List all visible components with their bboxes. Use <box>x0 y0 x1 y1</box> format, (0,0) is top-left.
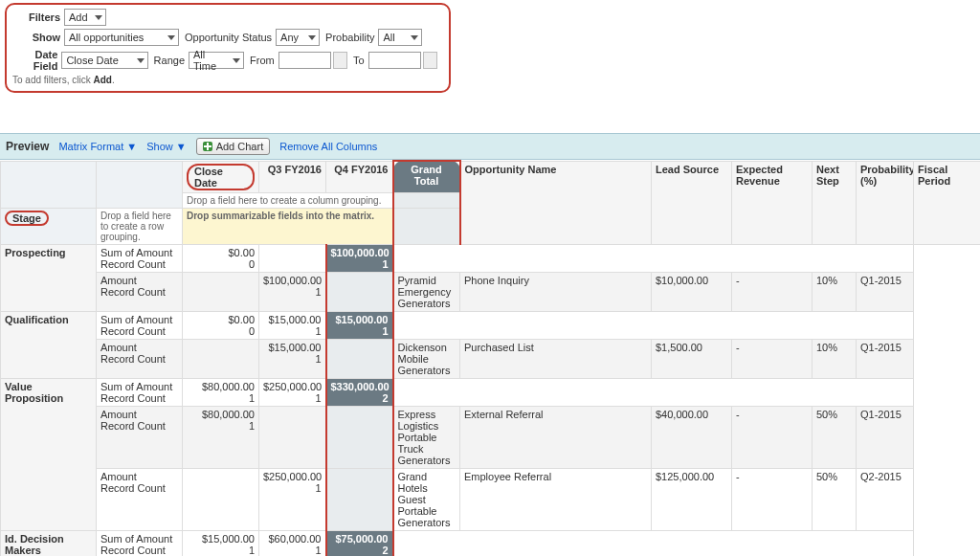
table-row[interactable]: AmountRecord Count$15,000.001Dickenson M… <box>1 339 981 378</box>
expected-revenue: $40,000.00 <box>652 406 732 468</box>
q4-amount: $250,000.001 <box>259 468 326 530</box>
q3-amount: $80,000.001 <box>183 406 259 468</box>
q4-amount: $15,000.001 <box>259 339 326 378</box>
range-label: Range <box>154 55 185 66</box>
expected-revenue: $1,500.00 <box>652 339 732 378</box>
col-fiscal-period[interactable]: Fiscal Period <box>914 161 981 244</box>
opp-status-select[interactable]: Any <box>276 29 320 46</box>
stage-label: Qualification <box>1 311 97 378</box>
preview-toolbar: Preview Matrix Format ▼ Show ▼ Add Chart… <box>0 133 980 160</box>
grand-total-header: Grand Total <box>393 161 460 192</box>
from-label: From <box>250 55 275 66</box>
grand-total-cell: $100,000.001 <box>326 244 393 272</box>
from-calendar-icon[interactable] <box>333 52 347 69</box>
probability-label: Probability <box>325 32 374 43</box>
q4-amount <box>259 406 326 468</box>
stage-column-header[interactable]: Stage <box>1 208 97 244</box>
show-select[interactable]: All opportunities <box>64 29 179 46</box>
q3-amount <box>183 272 259 311</box>
from-input[interactable] <box>278 52 331 69</box>
table-row[interactable]: AmountRecord Count$100,000.001Pyramid Em… <box>1 272 981 311</box>
col-probability[interactable]: Probability (%) <box>857 161 914 244</box>
metric-label: Sum of AmountRecord Count <box>97 530 183 556</box>
opportunity-name: Grand Hotels Guest Portable Generators <box>393 468 460 530</box>
probability: 50% <box>813 468 857 530</box>
to-calendar-icon[interactable] <box>423 52 437 69</box>
date-field-label: Date Field <box>12 49 57 72</box>
fiscal-period: Q1-2015 <box>857 406 914 468</box>
grand-total-empty <box>326 339 393 378</box>
table-row[interactable]: AmountRecord Count$250,000.001Grand Hote… <box>1 468 981 530</box>
stage-label: Id. Decision Makers <box>1 530 97 556</box>
q3-sum: $15,000.001 <box>183 530 259 556</box>
next-step: - <box>732 468 813 530</box>
preview-title: Preview <box>6 140 49 153</box>
expected-revenue: $125,000.00 <box>652 468 732 530</box>
to-input[interactable] <box>368 52 421 69</box>
metric-label: Sum of AmountRecord Count <box>97 311 183 339</box>
remove-all-columns-link[interactable]: Remove All Columns <box>279 141 377 152</box>
expected-revenue: $10,000.00 <box>652 272 732 311</box>
col-opportunity-name[interactable]: Opportunity Name <box>460 161 652 244</box>
opportunity-name: Express Logistics Portable Truck Generat… <box>393 406 460 468</box>
stage-label: Prospecting <box>1 244 97 311</box>
q3-amount <box>183 468 259 530</box>
q3-header[interactable]: Q3 FY2016 <box>259 161 326 192</box>
to-label: To <box>353 55 365 66</box>
grand-total-empty <box>326 272 393 311</box>
stage-label: Value Proposition <box>1 378 97 530</box>
q4-sum <box>259 244 326 272</box>
fiscal-period: Q2-2015 <box>857 468 914 530</box>
matrix-report-table: Close Date Q3 FY2016 Q4 FY2016 Grand Tot… <box>0 160 980 556</box>
q3-sum: $0.000 <box>183 311 259 339</box>
metric-label: AmountRecord Count <box>97 406 183 468</box>
row-drop-placeholder <box>97 161 183 208</box>
q4-amount: $100,000.001 <box>259 272 326 311</box>
column-drop-hint[interactable]: Drop a field here to create a column gro… <box>183 192 393 208</box>
metric-label: AmountRecord Count <box>97 468 183 530</box>
stage-corner-cell <box>1 161 97 208</box>
lead-source: External Referral <box>460 406 652 468</box>
filters-add-select[interactable]: Add <box>64 9 106 26</box>
lead-source: Employee Referral <box>460 468 652 530</box>
show-label: Show <box>12 32 60 43</box>
grand-total-cell: $75,000.002 <box>326 530 393 556</box>
grand-total-cell: $330,000.002 <box>326 378 393 406</box>
q4-header[interactable]: Q4 FY2016 <box>326 161 393 192</box>
col-lead-source[interactable]: Lead Source <box>652 161 732 244</box>
date-field-select[interactable]: Close Date <box>61 52 147 69</box>
plus-icon <box>203 142 212 151</box>
metric-label: AmountRecord Count <box>97 272 183 311</box>
probability: 50% <box>813 406 857 468</box>
opportunity-name: Dickenson Mobile Generators <box>393 339 460 378</box>
matrix-drop-hint[interactable]: Drop summarizable fields into the matrix… <box>183 208 393 244</box>
fiscal-period: Q1-2015 <box>857 272 914 311</box>
q3-amount <box>183 339 259 378</box>
opp-status-label: Opportunity Status <box>185 32 272 43</box>
q4-sum: $15,000.001 <box>259 311 326 339</box>
col-expected-revenue[interactable]: Expected Revenue <box>732 161 813 244</box>
q3-sum: $0.000 <box>183 244 259 272</box>
matrix-format-menu[interactable]: Matrix Format ▼ <box>58 141 137 152</box>
lead-source: Purchased List <box>460 339 652 378</box>
opportunity-name: Pyramid Emergency Generators <box>393 272 460 311</box>
grand-total-cell: $15,000.001 <box>326 311 393 339</box>
close-date-header[interactable]: Close Date <box>183 161 259 192</box>
range-select[interactable]: All Time <box>189 52 244 69</box>
q4-sum: $250,000.001 <box>259 378 326 406</box>
table-row[interactable]: AmountRecord Count$80,000.001Express Log… <box>1 406 981 468</box>
probability-select[interactable]: All <box>378 29 422 46</box>
filters-label: Filters <box>12 11 60 23</box>
row-drop-hint[interactable]: Drop a field here to create a row groupi… <box>97 208 183 244</box>
col-next-step[interactable]: Next Step <box>813 161 857 244</box>
metric-label: Sum of AmountRecord Count <box>97 244 183 272</box>
next-step: - <box>732 406 813 468</box>
show-menu[interactable]: Show ▼ <box>146 141 186 152</box>
probability: 10% <box>813 272 857 311</box>
next-step: - <box>732 272 813 311</box>
next-step: - <box>732 339 813 378</box>
q4-sum: $60,000.001 <box>259 530 326 556</box>
add-chart-button[interactable]: Add Chart <box>196 138 271 155</box>
grand-total-empty <box>326 406 393 468</box>
probability: 10% <box>813 339 857 378</box>
